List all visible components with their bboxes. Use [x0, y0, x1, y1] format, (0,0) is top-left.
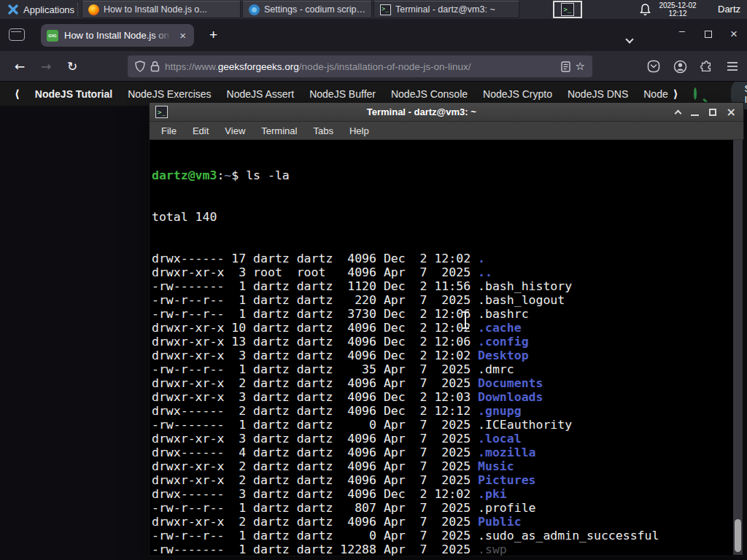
terminal-line: drwx------ 4 dartz dartz 4096 Apr 7 2025…: [152, 446, 732, 459]
terminal-menubar: File Edit View Terminal Tabs Help: [150, 122, 743, 140]
applications-icon: [7, 4, 19, 15]
terminal-line: -rw------- 1 dartz dartz 12288 Apr 7 202…: [152, 542, 732, 556]
url-bar[interactable]: https://www.geeksforgeeks.org/node-js/in…: [128, 55, 592, 77]
applications-menu[interactable]: Applications: [3, 1, 79, 18]
nav-scroll-left-icon[interactable]: ⟨: [15, 88, 20, 101]
terminal-minimize-icon[interactable]: [691, 114, 699, 116]
terminal-line: -rw-r--r-- 1 dartz dartz 807 Apr 7 2025 …: [152, 501, 732, 515]
account-icon[interactable]: [671, 58, 689, 75]
menu-view[interactable]: View: [217, 123, 253, 139]
search-icon[interactable]: [694, 88, 697, 100]
url-text: https://www.geeksforgeeks.org/node-js/in…: [165, 61, 556, 72]
new-tab-button[interactable]: +: [205, 27, 222, 43]
terminal-titlebar[interactable]: >_ Terminal - dartz@vm3: ~ ×: [150, 103, 743, 122]
window-minimize-icon[interactable]: –: [679, 25, 685, 36]
lock-icon[interactable]: [150, 61, 160, 72]
terminal-line: -rw------- 1 dartz dartz 0 Apr 7 2025 .I…: [152, 418, 732, 432]
terminal-line: drwxr-xr-x 3 dartz dartz 4096 Dec 2 12:0…: [152, 390, 732, 404]
terminal-scrollbar-thumb[interactable]: [735, 519, 741, 552]
terminal-maximize-icon[interactable]: [709, 109, 716, 116]
terminal-scrollbar[interactable]: [733, 140, 743, 555]
top-panel: Applications How to Install Node.js o...…: [0, 0, 747, 19]
clock[interactable]: 2025-12-02 12:12: [655, 1, 700, 18]
nav-item-exercises[interactable]: NodeJS Exercises: [128, 88, 211, 100]
terminal-command: ls -la: [246, 168, 290, 182]
back-icon[interactable]: ←: [10, 57, 29, 76]
panel-separator: [77, 3, 78, 16]
terminal-line: drwx------ 3 dartz dartz 4096 Dec 2 12:0…: [152, 487, 732, 501]
terminal-line: drwxr-xr-x 10 dartz dartz 4096 Dec 2 12:…: [152, 321, 732, 335]
nav-item-assert[interactable]: NodeJS Assert: [227, 88, 295, 100]
pocket-icon[interactable]: [645, 58, 662, 75]
terminal-line: -rw-r--r-- 1 dartz dartz 0 Apr 7 2025 .s…: [152, 529, 732, 542]
terminal-shade-icon[interactable]: [674, 110, 681, 117]
tab-active[interactable]: GfG How to Install Node.js on ×: [41, 24, 194, 47]
terminal-listing: drwx------ 17 dartz dartz 4096 Dec 2 12:…: [152, 252, 732, 556]
menu-edit[interactable]: Edit: [185, 123, 217, 139]
browser-tab-bar: GfG How to Install Node.js on × + – ×: [0, 19, 747, 51]
list-all-tabs-icon[interactable]: [624, 30, 635, 47]
nav-item-console[interactable]: NodeJS Console: [391, 88, 468, 100]
menu-hamburger-icon[interactable]: [724, 58, 741, 75]
terminal-line: drwxr-xr-x 3 dartz dartz 4096 Dec 2 12:0…: [152, 349, 732, 362]
forward-icon[interactable]: →: [36, 57, 55, 76]
menu-help[interactable]: Help: [341, 123, 377, 139]
terminal-line: -rw-r--r-- 1 dartz dartz 220 Apr 7 2025 …: [152, 293, 732, 307]
menu-tabs[interactable]: Tabs: [305, 123, 341, 139]
terminal-line: drwxr-xr-x 2 dartz dartz 4096 Apr 7 2025…: [152, 376, 732, 390]
clock-time: 12:12: [655, 9, 700, 18]
terminal-line: drwxr-xr-x 2 dartz dartz 4096 Apr 7 2025…: [152, 459, 732, 473]
user-menu[interactable]: Dartz: [718, 4, 740, 15]
taskbar-window-codium[interactable]: Settings - codium script...: [242, 1, 372, 18]
browser-toolbar: ← → ↻ https://www.geeksforgeeks.org/node…: [0, 51, 747, 82]
terminal-icon: >_: [561, 3, 574, 16]
terminal-line: drwx------ 2 dartz dartz 4096 Dec 2 12:1…: [152, 404, 732, 418]
nav-tutorial-link[interactable]: NodeJS Tutorial: [35, 88, 112, 100]
terminal-line: -rw------- 1 dartz dartz 1120 Dec 2 11:5…: [152, 279, 732, 293]
nav-item-dns[interactable]: NodeJS DNS: [568, 88, 628, 100]
taskbar-window-terminal[interactable]: >_ Terminal - dartz@vm3: ~: [374, 1, 519, 18]
taskbar-window-firefox[interactable]: How to Install Node.js o...: [82, 1, 241, 18]
tray-terminal-icon[interactable]: >_: [553, 1, 582, 18]
shield-icon[interactable]: [135, 61, 145, 72]
gfg-favicon: GfG: [47, 30, 58, 42]
desktop: Applications How to Install Node.js o...…: [0, 0, 747, 560]
terminal-line: drwxr-xr-x 3 dartz dartz 4096 Apr 7 2025…: [152, 432, 732, 446]
reader-mode-icon[interactable]: [561, 61, 570, 72]
menu-file[interactable]: File: [153, 123, 185, 139]
nav-item-crypto[interactable]: NodeJS Crypto: [483, 88, 552, 100]
tab-close-icon[interactable]: ×: [177, 28, 188, 42]
nav-item-buffer[interactable]: NodeJS Buffer: [309, 88, 376, 100]
terminal-prompt-line: dartz@vm3:~$ ls -la: [152, 168, 732, 182]
terminal-close-icon[interactable]: ×: [727, 106, 736, 118]
reload-icon[interactable]: ↻: [63, 57, 82, 76]
terminal-title: Terminal - dartz@vm3: ~: [174, 106, 670, 117]
menu-terminal[interactable]: Terminal: [253, 123, 305, 139]
nav-scroll-right-icon[interactable]: ⟩: [673, 88, 678, 101]
window-close-icon[interactable]: ×: [730, 27, 738, 42]
terminal-total-line: total 140: [152, 210, 732, 224]
notifications-bell-icon[interactable]: [639, 3, 651, 16]
firefox-view-icon[interactable]: [9, 28, 25, 41]
window-maximize-icon[interactable]: [705, 31, 712, 38]
extensions-icon[interactable]: [697, 58, 715, 75]
nav-item-truncated[interactable]: Node: [643, 88, 667, 100]
terminal-content[interactable]: dartz@vm3:~$ ls -la total 140 drwx------…: [150, 140, 743, 556]
bookmark-star-icon[interactable]: ☆: [576, 60, 585, 73]
terminal-line: drwxr-xr-x 3 root root 4096 Apr 7 2025 .…: [152, 265, 732, 279]
terminal-line: drwx------ 17 dartz dartz 4096 Dec 2 12:…: [152, 252, 732, 265]
terminal-line: -rw-r--r-- 1 dartz dartz 3730 Dec 2 12:0…: [152, 307, 732, 321]
terminal-line: drwxr-xr-x 2 dartz dartz 4096 Apr 7 2025…: [152, 515, 732, 529]
terminal-line: drwxr-xr-x 2 dartz dartz 4096 Apr 7 2025…: [152, 473, 732, 487]
terminal-line: -rw-r--r-- 1 dartz dartz 35 Apr 7 2025 .…: [152, 362, 732, 376]
text-cursor: [461, 311, 470, 329]
vscodium-icon: [248, 4, 260, 15]
terminal-window: >_ Terminal - dartz@vm3: ~ × File Edit V…: [149, 102, 744, 556]
tab-title: How to Install Node.js on: [64, 30, 171, 41]
clock-date: 2025-12-02: [655, 1, 700, 9]
firefox-icon: [88, 4, 99, 15]
terminal-icon: >_: [379, 4, 391, 15]
applications-label: Applications: [23, 4, 74, 15]
terminal-icon: >_: [155, 106, 168, 118]
terminal-line: drwxr-xr-x 13 dartz dartz 4096 Dec 2 12:…: [152, 335, 732, 349]
